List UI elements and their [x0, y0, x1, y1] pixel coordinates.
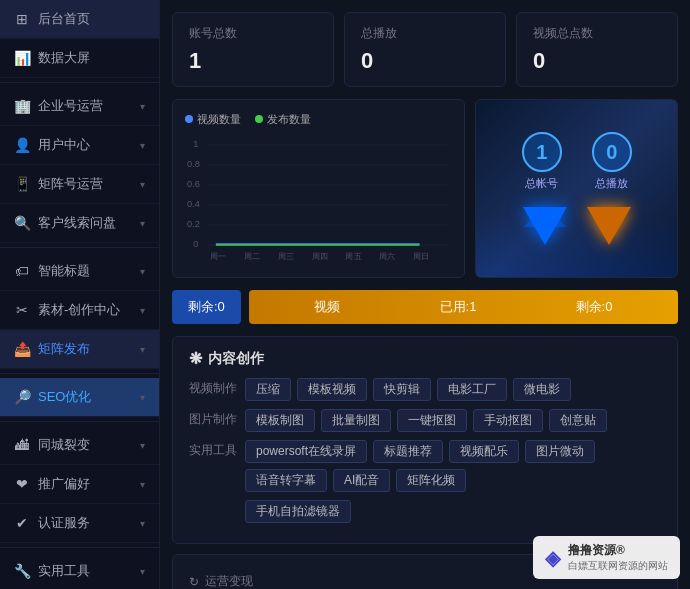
sidebar-chevron-usercenter: ▾	[140, 140, 145, 151]
sidebar-item-datascreen[interactable]: 📊 数据大屏	[0, 39, 159, 78]
sidebar: ⊞ 后台首页 📊 数据大屏 🏢 企业号运营 ▾ 👤 用户中心 ▾	[0, 0, 160, 589]
content-tag-1-2[interactable]: 一键抠图	[397, 409, 467, 432]
tab-row: 剩余:0视频已用:1剩余:0	[172, 290, 678, 324]
stat-card-value-1: 0	[361, 48, 489, 74]
content-creation-section: ❋ 内容创作 视频制作压缩模板视频快剪辑电影工厂微电影图片制作模板制图批量制图一…	[172, 336, 678, 544]
legend-item-1: 发布数量	[255, 112, 311, 127]
sidebar-item-matrixpub[interactable]: 📤 矩阵发布 ▾	[0, 330, 159, 369]
content-tag-1-3[interactable]: 手动抠图	[473, 409, 543, 432]
watermark-brand: 撸撸资源®	[568, 542, 668, 559]
sidebar-item-tools[interactable]: 🔧 实用工具 ▾	[0, 552, 159, 589]
stat-card-label-1: 总播放	[361, 25, 489, 42]
sidebar-icon-smarttag: 🏷	[14, 263, 30, 279]
sidebar-chevron-smarttag: ▾	[140, 266, 145, 277]
chart-legend: 视频数量发布数量	[185, 112, 452, 127]
visual-play-value: 0	[592, 132, 632, 172]
sidebar-item-left-promo: ❤ 推广偏好	[14, 475, 90, 493]
stat-card-label-0: 账号总数	[189, 25, 317, 42]
sidebar-label-material: 素材-创作中心	[38, 301, 120, 319]
legend-item-0: 视频数量	[185, 112, 241, 127]
operations-icon: ↻	[189, 575, 199, 589]
chart-area: 1 0.8 0.6 0.4 0.2 0 周一 周二 周三	[185, 135, 452, 265]
content-tag-0-4[interactable]: 微电影	[513, 378, 571, 401]
content-tag-2-2[interactable]: 视频配乐	[449, 440, 519, 463]
svg-text:周二: 周二	[244, 252, 260, 261]
content-tag-0-3[interactable]: 电影工厂	[437, 378, 507, 401]
content-row-label-3	[189, 500, 241, 502]
sidebar-divider	[0, 373, 159, 374]
visual-box: 1 总帐号 0 总播放	[475, 99, 678, 278]
sidebar-item-usercenter[interactable]: 👤 用户中心 ▾	[0, 126, 159, 165]
content-tag-2-0[interactable]: powersoft在线录屏	[245, 440, 367, 463]
sidebar-label-city: 同城裂变	[38, 436, 90, 454]
sidebar-chevron-enterprise: ▾	[140, 101, 145, 112]
svg-text:周六: 周六	[379, 252, 395, 261]
stat-card-2: 视频总点数 0	[516, 12, 678, 87]
sidebar-item-left-city: 🏙 同城裂变	[14, 436, 90, 454]
sidebar-chevron-material: ▾	[140, 305, 145, 316]
content-tag-0-2[interactable]: 快剪辑	[373, 378, 431, 401]
sidebar-item-left-smarttag: 🏷 智能标题	[14, 262, 90, 280]
sidebar-item-left-usercenter: 👤 用户中心	[14, 136, 90, 154]
sidebar-item-city[interactable]: 🏙 同城裂变 ▾	[0, 426, 159, 465]
sidebar-item-matrix[interactable]: 📱 矩阵号运营 ▾	[0, 165, 159, 204]
content-tag-3-0[interactable]: 手机自拍滤镜器	[245, 500, 351, 523]
sidebar-icon-enterprise: 🏢	[14, 98, 30, 114]
watermark-sub: 白嫖互联网资源的网站	[568, 559, 668, 573]
content-tag-0-1[interactable]: 模板视频	[297, 378, 367, 401]
svg-text:0.2: 0.2	[187, 219, 200, 229]
visual-stat-account: 1 总帐号	[522, 132, 562, 191]
content-tag-1-4[interactable]: 创意贴	[549, 409, 607, 432]
sidebar-item-left-datascreen: 📊 数据大屏	[14, 49, 90, 67]
sidebar-icon-city: 🏙	[14, 437, 30, 453]
sidebar-label-customer: 客户线索问盘	[38, 214, 116, 232]
content-tag-1-0[interactable]: 模板制图	[245, 409, 315, 432]
sidebar-item-home[interactable]: ⊞ 后台首页	[0, 0, 159, 39]
main-content: 账号总数 1 总播放 0 视频总点数 0 视频数量发布数量 1 0.8 0.6 …	[160, 0, 690, 589]
sidebar-icon-seo: 🔎	[14, 389, 30, 405]
sidebar-icon-datascreen: 📊	[14, 50, 30, 66]
sidebar-item-auth[interactable]: ✔ 认证服务 ▾	[0, 504, 159, 543]
stat-card-value-0: 1	[189, 48, 317, 74]
sidebar-label-seo: SEO优化	[38, 388, 91, 406]
sidebar-item-enterprise[interactable]: 🏢 企业号运营 ▾	[0, 87, 159, 126]
sidebar-item-promo[interactable]: ❤ 推广偏好 ▾	[0, 465, 159, 504]
sidebar-icon-promo: ❤	[14, 476, 30, 492]
sidebar-divider	[0, 82, 159, 83]
sidebar-item-seo[interactable]: 🔎 SEO优化 ▾	[0, 378, 159, 417]
sidebar-label-home: 后台首页	[38, 10, 90, 28]
visual-stat-play: 0 总播放	[592, 132, 632, 191]
content-tag-2-5[interactable]: AI配音	[333, 469, 390, 492]
sidebar-item-smarttag[interactable]: 🏷 智能标题 ▾	[0, 252, 159, 291]
content-tag-1-1[interactable]: 批量制图	[321, 409, 391, 432]
content-creation-title: ❋ 内容创作	[189, 349, 661, 368]
content-creation-icon: ❋	[189, 349, 202, 368]
sidebar-item-left-home: ⊞ 后台首页	[14, 10, 90, 28]
content-tags-0: 压缩模板视频快剪辑电影工厂微电影	[245, 378, 571, 401]
tab-gold[interactable]: 视频已用:1剩余:0	[249, 290, 678, 324]
sidebar-item-customer[interactable]: 🔍 客户线索问盘 ▾	[0, 204, 159, 243]
content-row-0: 视频制作压缩模板视频快剪辑电影工厂微电影	[189, 378, 661, 401]
content-tags-2: powersoft在线录屏标题推荐视频配乐图片微动语音转字幕AI配音矩阵化频	[245, 440, 661, 492]
tab-gold-part-1: 已用:1	[440, 298, 477, 316]
svg-text:周五: 周五	[345, 252, 361, 261]
tab-blue[interactable]: 剩余:0	[172, 290, 241, 324]
legend-dot-0	[185, 115, 193, 123]
sidebar-chevron-promo: ▾	[140, 479, 145, 490]
sidebar-icon-matrixpub: 📤	[14, 341, 30, 357]
content-row-label-0: 视频制作	[189, 378, 241, 397]
sidebar-chevron-seo: ▾	[140, 392, 145, 403]
legend-label-1: 发布数量	[267, 113, 311, 125]
content-tag-2-6[interactable]: 矩阵化频	[396, 469, 466, 492]
content-tag-2-1[interactable]: 标题推荐	[373, 440, 443, 463]
sidebar-item-material[interactable]: ✂ 素材-创作中心 ▾	[0, 291, 159, 330]
sidebar-item-left-auth: ✔ 认证服务	[14, 514, 90, 532]
content-tag-2-3[interactable]: 图片微动	[525, 440, 595, 463]
diamond-gold	[587, 207, 631, 245]
sidebar-chevron-customer: ▾	[140, 218, 145, 229]
sidebar-item-left-tools: 🔧 实用工具	[14, 562, 90, 580]
content-tag-2-4[interactable]: 语音转字幕	[245, 469, 327, 492]
content-tag-0-0[interactable]: 压缩	[245, 378, 291, 401]
visual-account-value: 1	[522, 132, 562, 172]
content-creation-title-text: 内容创作	[208, 350, 264, 368]
